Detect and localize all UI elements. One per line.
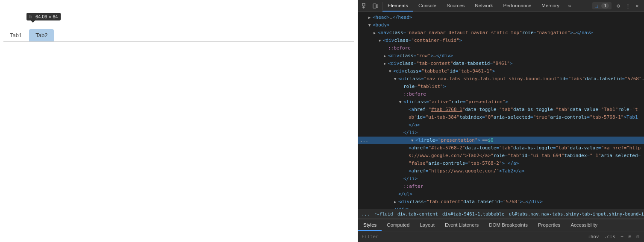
bottom-tab-event-listeners[interactable]: Event Listeners (440, 219, 484, 231)
new-style-button[interactable]: ⊡ (635, 233, 641, 240)
dom-line-li-selected[interactable]: ... ▼ <li role="presentation"> == $0 (358, 137, 644, 144)
dom-line-role-tablist[interactable]: ▶ role="tablist"> (358, 83, 644, 90)
devtools-right-icons: ⬚ 1 ⚙ ⋮ ✕ (590, 2, 644, 10)
breadcrumb-bar: ... r-fluid div.tab-content div#tab-9461… (358, 209, 644, 219)
dom-line-close-li-2[interactable]: ▶ </li> (358, 175, 644, 183)
dom-line-after-ul[interactable]: ▶ ::after (358, 183, 644, 190)
devtools-tab-network[interactable]: Network (470, 0, 498, 12)
dom-line-close-li-1[interactable]: ▶ </li> (358, 129, 644, 137)
bottom-tab-styles[interactable]: Styles (358, 219, 382, 231)
dom-line-body[interactable]: ▼ <body> (358, 21, 644, 29)
filter-bar: :hov .cls + ⊞ ⊡ (358, 231, 644, 242)
dom-line-a-tab1-1[interactable]: ▶ <a href="#tab-5768-1" data-toggle="tab… (358, 106, 644, 114)
dom-line-head[interactable]: ▶ <head>…</head> (358, 14, 644, 21)
devtools-tab-elements[interactable]: Elements (382, 0, 413, 12)
app-preview-panel: li 64.09 × 64 Tab1 Tab2 (0, 0, 358, 242)
tooltip-tag: li (29, 14, 32, 19)
layout-button[interactable]: ⊞ (627, 233, 633, 240)
bottom-tab-properties[interactable]: Properties (533, 219, 565, 231)
svg-rect-0 (362, 3, 365, 6)
devtools-topbar: Elements Console Sources Network Perform… (358, 0, 644, 12)
cls-filter-button[interactable]: .cls (603, 233, 617, 240)
devtools-tab-sources[interactable]: Sources (441, 0, 470, 12)
hov-filter-button[interactable]: :hov (586, 233, 600, 240)
devtools-left-icons (358, 2, 382, 10)
dom-line-li-active[interactable]: ▼ <li class="active" role="presentation"… (358, 98, 644, 106)
dom-line-a-tab2-3[interactable]: ▶ "false" aria-controls="tab-5768-2"> </… (358, 160, 644, 167)
devtools-tabs: Elements Console Sources Network Perform… (382, 0, 590, 12)
dom-line-tabbable[interactable]: ▼ <div class="tabbable" id="tab-9461-1"> (358, 67, 644, 75)
add-rule-button[interactable]: + (619, 233, 625, 240)
svg-rect-3 (373, 4, 376, 8)
tab-bar: Tab1 Tab2 (0, 26, 358, 41)
devtools-tab-performance[interactable]: Performance (498, 0, 537, 12)
close-icon[interactable]: ✕ (633, 2, 641, 10)
filter-buttons: :hov .cls + ⊞ ⊡ (586, 233, 641, 240)
tab-divider (3, 41, 354, 42)
devtools-tab-memory[interactable]: Memory (536, 0, 565, 12)
breadcrumb-ul-tabs[interactable]: ul#tabs.nav.nav-tabs.shiny-tab-input.shi… (509, 211, 644, 216)
dom-line-a-tab2-2[interactable]: ▶ s://www.google.com/">Tab2</a>" role="t… (358, 152, 644, 160)
dom-line-close-div-tabbable[interactable]: ▶ </div> (358, 206, 644, 209)
breadcrumb-div-tabbable[interactable]: div#tab-9461-1.tabbable (442, 211, 504, 216)
device-icon[interactable] (371, 2, 379, 10)
breadcrumb-r-fluid[interactable]: r-fluid (374, 211, 393, 216)
dom-line-before-2[interactable]: ▶ ::before (358, 90, 644, 98)
bottom-tabs: Styles Computed Layout Event Listeners D… (358, 219, 644, 231)
dom-line-container[interactable]: ▼ <div class="container-fluid"> (358, 37, 644, 44)
dom-line-tab-content-outer[interactable]: ▶ <div class="tab-content" data-tabsetid… (358, 60, 644, 67)
bottom-tab-computed[interactable]: Computed (382, 219, 415, 231)
tab-tab2[interactable]: Tab2 (29, 29, 54, 41)
tab-tab1[interactable]: Tab1 (3, 29, 28, 41)
devtools-badge: 1 (601, 3, 609, 9)
dom-line-a-tab2-1[interactable]: ▶ <a href="#tab-5768-2" data-toggle="tab… (358, 144, 644, 152)
dom-tree[interactable]: ▶ <head>…</head> ▼ <body> ▶ <nav class="… (358, 12, 644, 209)
inspect-icon[interactable] (361, 2, 369, 10)
dom-line-a-tab1-2[interactable]: ▶ ab" id="ui-tab-384" tabindex="0" aria-… (358, 114, 644, 121)
bottom-tab-layout[interactable]: Layout (415, 219, 440, 231)
filter-input[interactable] (362, 234, 586, 239)
dom-line-row[interactable]: ▶ <div class="row">…</div> (358, 52, 644, 60)
dom-line-ul-navtabs[interactable]: ▼ <ul class="nav nav-tabs shiny-tab-inpu… (358, 75, 644, 83)
bottom-tab-dom-breakpoints[interactable]: DOM Breakpoints (484, 219, 533, 231)
bottom-tab-accessibility[interactable]: Accessibility (565, 219, 603, 231)
element-tooltip: li 64.09 × 64 (26, 13, 61, 20)
dom-line-close-ul[interactable]: ▶ </ul> (358, 190, 644, 198)
devtools-panel: Elements Console Sources Network Perform… (358, 0, 644, 242)
tooltip-size: 64.09 × 64 (35, 14, 58, 19)
dom-line-a-google[interactable]: ▶ <a href="https://www.google.com/">Tab2… (358, 167, 644, 175)
dom-line-close-a-1[interactable]: ▶ </a> (358, 121, 644, 129)
settings-icon[interactable]: ⚙ (614, 2, 623, 10)
svg-rect-4 (376, 5, 378, 8)
dom-line-before-1[interactable]: ▶ ::before (358, 44, 644, 52)
breadcrumb-div-tab-content[interactable]: div.tab-content (397, 211, 438, 216)
more-options-icon[interactable]: ⋮ (623, 2, 632, 10)
devtools-tab-console[interactable]: Console (413, 0, 441, 12)
more-tabs-button[interactable]: » (565, 0, 575, 12)
dom-line-nav[interactable]: ▶ <nav class="navbar navbar-default navb… (358, 29, 644, 37)
dom-line-tab-content-inner[interactable]: ▶ <div class="tab-content" data-tabsetid… (358, 198, 644, 206)
breadcrumb-dots[interactable]: ... (362, 211, 370, 216)
